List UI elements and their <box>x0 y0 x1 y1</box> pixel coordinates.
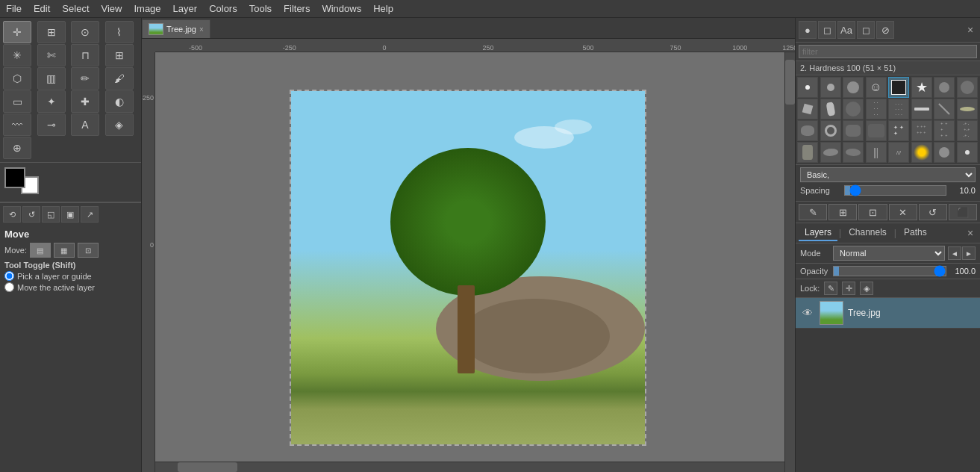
lock-alpha-btn[interactable]: ◈ <box>860 282 873 295</box>
brush-item-20[interactable] <box>866 120 887 141</box>
rect-select-tool[interactable]: ⊞ <box>37 21 66 43</box>
measure-tool[interactable]: ⊸ <box>37 114 66 136</box>
image-tab[interactable]: Tree.jpg × <box>142 19 210 38</box>
brush-item-23[interactable]: ⁺ ⁺ ⁺⁺ ⁺ <box>934 120 955 141</box>
brush-item-19[interactable] <box>843 120 864 141</box>
panel-icon-screen[interactable]: ◻ <box>857 21 875 39</box>
eraser-tool[interactable]: ▭ <box>3 90 31 113</box>
brush-item-6[interactable]: ★ <box>911 77 932 98</box>
move-path-btn[interactable]: ⊡ <box>78 243 99 258</box>
menu-select[interactable]: Select <box>56 1 95 16</box>
smudge-tool[interactable]: 〰 <box>3 114 31 136</box>
panel-icon-brush[interactable]: ⊘ <box>876 21 894 39</box>
brush-item-3[interactable] <box>843 77 864 98</box>
panel-icon-rect[interactable]: ◻ <box>818 21 836 39</box>
edit-brush-btn[interactable]: ✎ <box>799 204 827 220</box>
menu-help[interactable]: Help <box>367 1 399 16</box>
brush-item-7[interactable] <box>934 77 955 98</box>
mode-next-btn[interactable]: ► <box>962 246 976 260</box>
brush-item-27[interactable] <box>843 142 864 163</box>
brush-item-28[interactable]: |||||| <box>866 142 887 163</box>
undo-icon[interactable]: ⟲ <box>3 206 21 223</box>
ellipse-select-tool[interactable]: ⊙ <box>71 21 99 43</box>
tab-channels[interactable]: Channels <box>843 225 893 241</box>
menu-layer[interactable]: Layer <box>167 1 204 16</box>
tab-close-btn[interactable]: × <box>199 25 204 34</box>
brush-item-30[interactable] <box>911 142 932 163</box>
brush-item-9[interactable] <box>797 99 818 119</box>
text-tool[interactable]: A <box>71 114 99 136</box>
menu-tools[interactable]: Tools <box>243 1 278 16</box>
redo-icon[interactable]: ↺ <box>22 206 40 223</box>
brush-item-21[interactable]: ✦ ✦✦ <box>888 120 909 141</box>
brush-item-15[interactable] <box>934 99 955 119</box>
move-selection-btn[interactable]: ▦ <box>54 243 75 258</box>
panel-close-btn[interactable]: × <box>964 23 977 37</box>
lock-pixels-btn[interactable]: ✎ <box>824 282 837 295</box>
align-tool[interactable]: ⊞ <box>105 44 134 66</box>
pick-layer-radio[interactable] <box>4 271 14 281</box>
menu-colors[interactable]: Colors <box>203 1 243 16</box>
duplicate-brush-btn[interactable]: ⊡ <box>858 204 887 220</box>
scissors-tool[interactable]: ✄ <box>37 44 66 66</box>
brush-item-24[interactable]: ·⁺·⁺·⁺·⁺· <box>957 120 978 141</box>
bucket-fill-tool[interactable]: ⬡ <box>3 67 31 90</box>
brush-item-16[interactable] <box>957 99 978 119</box>
tab-paths[interactable]: Paths <box>898 225 933 241</box>
menu-file[interactable]: File <box>0 1 28 16</box>
spacing-slider[interactable] <box>844 185 946 196</box>
scrollbar-v[interactable] <box>784 52 795 472</box>
fuzzy-select-tool[interactable]: ✳ <box>3 44 31 66</box>
heal-tool[interactable]: ✚ <box>71 90 99 113</box>
export-brush-btn[interactable]: ⬛ <box>949 204 977 220</box>
panel-icon-text[interactable]: Aa <box>837 21 855 39</box>
panel-icon-circle[interactable]: ● <box>799 21 817 39</box>
refresh-brush-btn[interactable]: ↺ <box>919 204 947 220</box>
mode-prev-btn[interactable]: ◄ <box>948 246 961 260</box>
zoom-tool[interactable]: ⊕ <box>3 137 31 159</box>
brush-item-5[interactable] <box>888 77 909 98</box>
expand-icon[interactable]: ↗ <box>81 206 99 223</box>
menu-image[interactable]: Image <box>128 1 166 16</box>
scrollbar-h-thumb[interactable] <box>178 462 237 472</box>
brush-item-1[interactable] <box>797 77 818 98</box>
clone-tool[interactable]: ✦ <box>37 90 66 113</box>
scrollbar-h[interactable] <box>155 462 784 472</box>
menu-filters[interactable]: Filters <box>278 1 316 16</box>
brush-item-11[interactable] <box>843 99 864 119</box>
new-brush-btn[interactable]: ⊞ <box>828 204 857 220</box>
screen-icon[interactable]: ▣ <box>61 206 79 223</box>
filter-input[interactable] <box>799 45 977 58</box>
opacity-slider[interactable] <box>833 266 946 276</box>
move-layer-btn[interactable]: ▤ <box>30 243 51 258</box>
menu-edit[interactable]: Edit <box>28 1 56 16</box>
brush-item-10[interactable] <box>820 99 841 119</box>
move-tool[interactable]: ✛ <box>3 21 31 43</box>
brush-item-14[interactable] <box>911 99 932 119</box>
colorpick-tool[interactable]: ◈ <box>105 114 134 136</box>
move-active-radio[interactable] <box>4 282 14 292</box>
delete-brush-btn[interactable]: ✕ <box>889 204 917 220</box>
gradient-tool[interactable]: ▥ <box>37 67 66 90</box>
brush-preset-select[interactable]: Basic, <box>800 167 976 182</box>
brush-item-22[interactable]: ⁺ ⁺⁺⁺⁺ ⁺ <box>911 120 932 141</box>
view-icon[interactable]: ◱ <box>42 206 60 223</box>
crop-tool[interactable]: ⊓ <box>71 44 99 66</box>
brush-item-13[interactable]: · · ·· · ·· · · <box>888 99 909 119</box>
brush-item-31[interactable] <box>934 142 955 163</box>
brush-item-17[interactable] <box>797 120 818 141</box>
dodge-tool[interactable]: ◐ <box>105 90 134 113</box>
mode-select[interactable]: Normal Dissolve Multiply Screen <box>833 246 945 261</box>
foreground-color-swatch[interactable] <box>4 167 25 188</box>
pencil-tool[interactable]: ✏ <box>71 67 99 90</box>
brush-item-18[interactable] <box>820 120 841 141</box>
scrollbar-v-thumb[interactable] <box>785 60 795 105</box>
free-select-tool[interactable]: ⌇ <box>105 21 134 43</box>
brush-item-2[interactable] <box>820 77 841 98</box>
layer-visibility-toggle[interactable]: 👁 <box>800 305 815 320</box>
brush-item-4[interactable]: ☺ <box>866 77 887 98</box>
lock-position-btn[interactable]: ✛ <box>842 282 855 295</box>
layer-row-1[interactable]: 👁 Tree.jpg <box>796 298 980 329</box>
brush-item-32[interactable] <box>957 142 978 163</box>
brush-item-29[interactable]: /// <box>888 142 909 163</box>
